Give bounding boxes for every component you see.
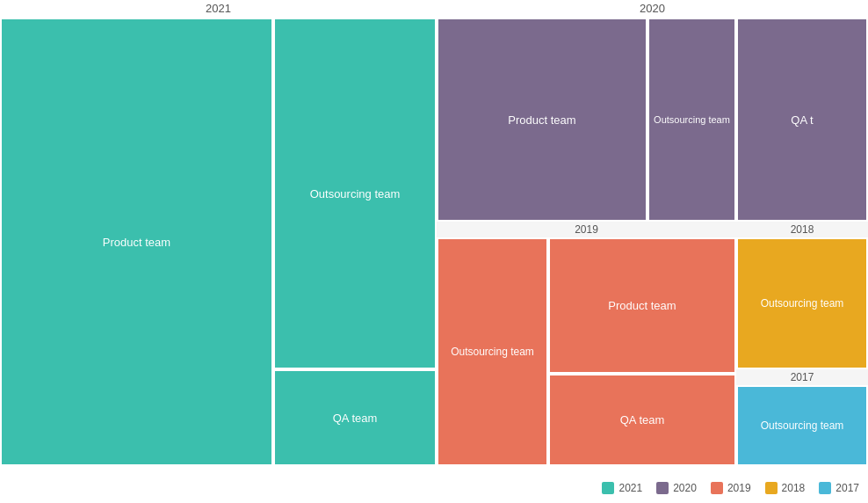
- year-header-2019: 2019: [437, 222, 736, 237]
- legend-color-2018: [765, 482, 778, 494]
- cell-2020-qa: QA t: [736, 18, 868, 222]
- legend-label-2017: 2017: [835, 482, 859, 494]
- cell-2019-product: Product team: [548, 237, 736, 374]
- legend-item-2018: 2018: [765, 482, 806, 494]
- year-header-2018: 2018: [736, 222, 868, 237]
- cell-2020-product: Product team: [437, 18, 647, 222]
- legend-color-2020: [656, 482, 669, 494]
- cell-2018-outsourcing: Outsourcing team: [736, 237, 868, 369]
- chart-legend: 2021 2020 2019 2018 2017: [602, 482, 859, 494]
- cell-2019-qa: QA team: [548, 374, 736, 466]
- legend-color-2017: [819, 482, 831, 494]
- legend-item-2019: 2019: [711, 482, 751, 494]
- legend-label-2020: 2020: [673, 482, 697, 494]
- legend-item-2017: 2017: [819, 482, 859, 494]
- cell-2021-qa: QA team: [273, 369, 437, 466]
- legend-color-2019: [711, 482, 723, 494]
- year-header-2020: 2020: [437, 0, 868, 18]
- cell-2020-outsourcing: Outsourcing team: [647, 18, 736, 222]
- legend-label-2018: 2018: [782, 482, 806, 494]
- cell-2021-outsourcing: Outsourcing team: [273, 18, 437, 369]
- cell-2017-outsourcing: Outsourcing team: [736, 385, 868, 466]
- legend-label-2021: 2021: [618, 482, 642, 494]
- legend-label-2019: 2019: [727, 482, 751, 494]
- cell-2021-product: Product team: [0, 18, 273, 466]
- treemap-chart: 2021 2020 2019 2018 2017 Product team Ou…: [0, 0, 868, 503]
- legend-color-2021: [602, 482, 614, 494]
- year-header-2017: 2017: [736, 369, 868, 385]
- legend-item-2021: 2021: [602, 482, 642, 494]
- year-header-2021: 2021: [0, 0, 437, 18]
- cell-2019-outsourcing: Outsourcing team: [437, 237, 548, 466]
- legend-item-2020: 2020: [656, 482, 697, 494]
